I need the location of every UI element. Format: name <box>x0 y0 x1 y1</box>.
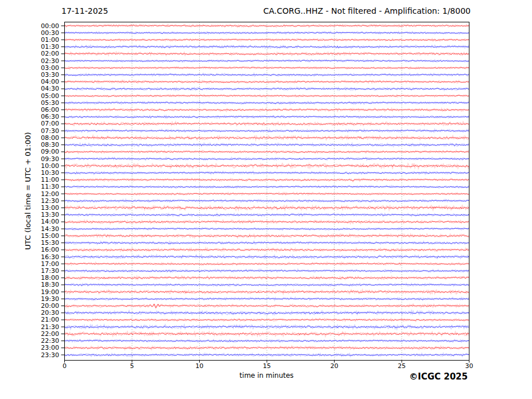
x-tick-label-10: 10 <box>188 363 211 370</box>
y-tick-label-05:00: 05:00 <box>0 93 59 99</box>
y-tick-label-04:00: 04:00 <box>0 79 59 85</box>
y-tick-label-06:00: 06:00 <box>0 107 59 113</box>
y-tick-label-21:00: 21:00 <box>0 316 59 323</box>
trace-fuzz-07:00 <box>65 122 469 126</box>
y-tick-label-17:30: 17:30 <box>0 268 59 274</box>
y-tick-label-10:30: 10:30 <box>0 170 59 176</box>
y-tick-label-04:30: 04:30 <box>0 85 59 92</box>
y-tick-label-07:00: 07:00 <box>0 120 59 127</box>
y-tick-label-18:00: 18:00 <box>0 275 59 281</box>
y-tick-label-06:30: 06:30 <box>0 114 59 120</box>
helicorder-plot <box>0 0 532 399</box>
y-tick-label-12:30: 12:30 <box>0 198 59 204</box>
y-tick-label-18:30: 18:30 <box>0 281 59 288</box>
y-tick-label-16:30: 16:30 <box>0 254 59 260</box>
y-tick-label-16:00: 16:00 <box>0 247 59 253</box>
x-tick-label-15: 15 <box>255 363 278 370</box>
y-tick-label-19:30: 19:30 <box>0 296 59 302</box>
x-tick-label-30: 30 <box>458 363 481 370</box>
x-tick-label-5: 5 <box>121 363 143 370</box>
y-tick-label-09:30: 09:30 <box>0 156 59 162</box>
x-tick-label-20: 20 <box>323 363 346 370</box>
y-tick-label-17:00: 17:00 <box>0 261 59 267</box>
y-tick-label-20:30: 20:30 <box>0 310 59 316</box>
y-tick-label-00:30: 00:30 <box>0 30 59 36</box>
y-tick-label-01:00: 01:00 <box>0 37 59 43</box>
x-tick-label-0: 0 <box>53 363 76 370</box>
y-tick-label-07:30: 07:30 <box>0 128 59 134</box>
x-tick-label-25: 25 <box>390 363 413 370</box>
y-tick-label-09:00: 09:00 <box>0 148 59 155</box>
y-tick-label-00:00: 00:00 <box>0 23 59 29</box>
y-tick-label-23:00: 23:00 <box>0 345 59 351</box>
copyright-label: ©ICGC 2025 <box>409 371 468 382</box>
y-tick-label-11:30: 11:30 <box>0 183 59 190</box>
y-tick-label-20:00: 20:00 <box>0 303 59 309</box>
y-tick-label-22:30: 22:30 <box>0 338 59 344</box>
y-tick-label-19:00: 19:00 <box>0 289 59 295</box>
y-tick-label-15:30: 15:30 <box>0 240 59 246</box>
trace-fuzz-16:00 <box>65 248 469 251</box>
y-tick-label-22:00: 22:00 <box>0 331 59 337</box>
y-tick-label-02:30: 02:30 <box>0 58 59 64</box>
y-tick-label-23:30: 23:30 <box>0 352 59 358</box>
y-tick-label-08:30: 08:30 <box>0 142 59 148</box>
y-tick-label-10:00: 10:00 <box>0 163 59 169</box>
y-tick-label-15:00: 15:00 <box>0 233 59 239</box>
y-tick-label-03:00: 03:00 <box>0 65 59 71</box>
y-tick-label-14:00: 14:00 <box>0 218 59 225</box>
x-axis-label: time in minutes <box>167 371 366 380</box>
y-tick-label-08:00: 08:00 <box>0 135 59 141</box>
y-tick-label-12:00: 12:00 <box>0 191 59 197</box>
y-tick-label-13:30: 13:30 <box>0 212 59 218</box>
y-tick-label-21:30: 21:30 <box>0 324 59 330</box>
trace-fuzz-18:30 <box>65 284 469 287</box>
y-tick-label-03:30: 03:30 <box>0 72 59 78</box>
helicorder-page: 17-11-2025 CA.CORG..HHZ - Not filtered -… <box>0 0 532 399</box>
y-tick-label-02:00: 02:00 <box>0 50 59 57</box>
y-tick-label-14:30: 14:30 <box>0 226 59 232</box>
y-tick-label-01:30: 01:30 <box>0 44 59 50</box>
y-tick-label-05:30: 05:30 <box>0 100 59 106</box>
y-tick-label-13:00: 13:00 <box>0 205 59 211</box>
trace-fuzz-13:00 <box>65 206 469 210</box>
y-tick-label-11:00: 11:00 <box>0 177 59 183</box>
